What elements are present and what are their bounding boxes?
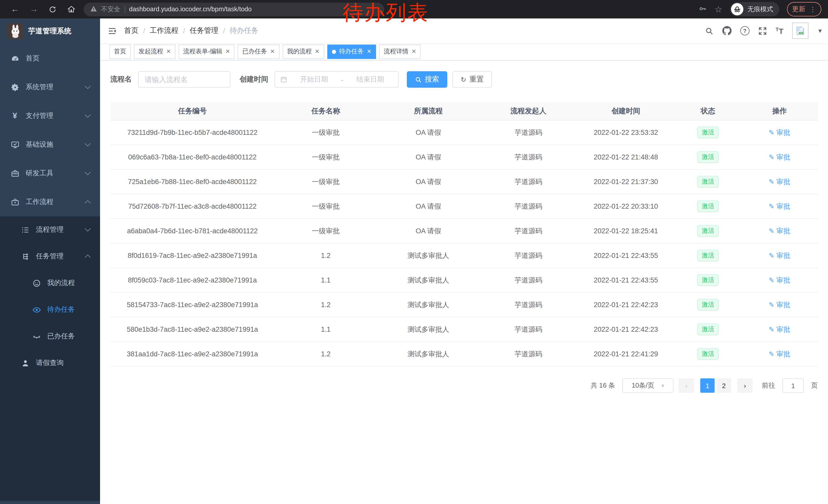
help-icon[interactable]: ? [740,26,749,35]
caret-down-icon[interactable]: ▼ [817,28,823,34]
sidebar-item-待办任务[interactable]: 待办任务 [0,296,100,323]
sidebar-item-我的流程[interactable]: 我的流程 [0,270,100,296]
search-button[interactable]: 搜索 [407,71,447,88]
approve-link[interactable]: ✎审批 [769,152,790,162]
cell-starter: 芋道源码 [480,145,577,170]
sidebar-item-系统管理[interactable]: 系统管理 [0,73,100,101]
tab-close-icon[interactable]: ✕ [166,49,171,54]
approve-link-label: 审批 [777,325,790,334]
cell-process: 测试多审批人 [377,243,480,268]
prev-page-button[interactable]: ‹ [679,378,694,393]
cell-created: 2022-01-21 22:43:55 [577,243,675,268]
next-page-button[interactable]: › [737,378,753,393]
cell-id: 58154733-7ac8-11ec-a9e2-a2380e71991a [110,292,275,317]
cell-name: 一级审批 [275,145,377,170]
dashboard-icon [10,54,19,63]
github-icon[interactable] [722,26,732,35]
cell-process: OA 请假 [377,194,480,219]
page-size-select[interactable]: 10条/页 ▾ [622,378,673,393]
tab-close-icon[interactable]: ✕ [270,49,275,54]
approve-link[interactable]: ✎审批 [769,128,790,137]
browser-update-button[interactable]: 更新 ⋮ [787,2,821,16]
approve-link[interactable]: ✎审批 [769,202,790,211]
approve-link[interactable]: ✎审批 [769,350,790,359]
tab-流程详情[interactable]: 流程详情✕ [379,44,421,59]
status-badge: 激活 [697,201,719,212]
tab-close-icon[interactable]: ✕ [367,49,371,54]
tab-close-icon[interactable]: ✕ [225,49,230,54]
browser-home-icon[interactable] [67,5,75,13]
tab-首页[interactable]: 首页 [109,44,131,59]
tab-发起流程[interactable]: 发起流程✕ [134,44,175,59]
page-button-1[interactable]: 1 [700,378,715,393]
approve-link[interactable]: ✎审批 [769,226,790,236]
reset-button[interactable]: ↻ 重置 [452,71,492,88]
cell-action: ✎审批 [741,219,818,243]
tab-label: 待办任务 [339,47,364,56]
tab-close-icon[interactable]: ✕ [315,49,319,54]
approve-link[interactable]: ✎审批 [769,276,790,285]
fullscreen-icon[interactable] [758,27,767,35]
tab-close-icon[interactable]: ✕ [411,49,416,54]
approve-link[interactable]: ✎审批 [769,251,790,260]
cell-name: 一级审批 [275,120,377,145]
tab-流程表单-编辑[interactable]: 流程表单-编辑✕ [178,44,235,59]
breadcrumb-item[interactable]: 首页 [124,26,138,35]
cell-starter: 芋道源码 [480,292,577,317]
edit-pen-icon: ✎ [769,129,774,136]
cell-starter: 芋道源码 [480,120,577,145]
edit-pen-icon: ✎ [769,351,774,357]
page-unit-label: 页 [811,381,818,390]
monitor-icon [10,140,19,149]
page-button-2[interactable]: 2 [717,378,731,393]
cell-name: 1.2 [275,243,377,268]
browser-back-icon[interactable]: ← [11,5,19,13]
sidebar-item-支付管理[interactable]: ¥支付管理 [0,101,100,130]
sidebar-logo-row[interactable]: 芋道管理系统 [0,18,100,44]
sidebar-item-任务管理[interactable]: 任务管理 [0,243,100,270]
sidebar-item-流程管理[interactable]: 流程管理 [0,216,100,243]
browser-forward-icon[interactable]: → [30,5,38,13]
approve-link[interactable]: ✎审批 [769,300,790,310]
security-label[interactable]: 不安全 [101,5,120,13]
table-row: 069c6a63-7b8a-11ec-8ef0-acde48001122一级审批… [110,145,818,170]
sidebar-item-首页[interactable]: 首页 [0,44,100,73]
breadcrumb-item[interactable]: 任务管理 [190,26,218,35]
process-name-input[interactable] [138,71,230,88]
sidebar-item-请假查询[interactable]: 请假查询 [0,350,100,376]
create-time-label: 创建时间 [240,75,268,84]
cell-status: 激活 [675,194,741,219]
start-date-placeholder[interactable]: 开始日期 [291,75,337,84]
sidebar-item-基础设施[interactable]: 基础设施 [0,130,100,159]
address-bar[interactable]: 不安全 dashboard.yudao.iocoder.cn/bpm/task/… [84,2,384,16]
status-badge: 激活 [697,349,719,360]
sidebar-item-工作流程[interactable]: 工作流程 [0,188,100,216]
goto-page-input[interactable] [782,378,804,393]
key-icon[interactable] [699,5,707,14]
url-text[interactable]: dashboard.yudao.iocoder.cn/bpm/task/todo [129,6,252,13]
breadcrumb-item[interactable]: 工作流程 [150,26,178,35]
sidebar-item-已办任务[interactable]: 已办任务 [0,323,100,350]
cell-action: ✎审批 [741,145,818,170]
search-icon[interactable] [705,27,714,35]
chevron-down-icon [85,141,91,147]
breadcrumb-separator: / [183,27,185,35]
browser-menu-dots-icon[interactable]: ⋮ [810,5,816,13]
tab-已办任务[interactable]: 已办任务✕ [238,44,279,59]
tree-icon [20,252,30,261]
cell-status: 激活 [675,268,741,292]
sidebar-item-研发工具[interactable]: 研发工具 [0,159,100,188]
date-range-input[interactable]: 开始日期 - 结束日期 [275,71,399,88]
cell-status: 激活 [675,120,741,145]
sidebar-collapse-icon[interactable] [100,27,124,35]
approve-link[interactable]: ✎审批 [769,325,790,334]
end-date-placeholder[interactable]: 结束日期 [347,75,393,84]
tab-我的流程[interactable]: 我的流程✕ [282,44,324,59]
approve-link[interactable]: ✎审批 [769,177,790,186]
avatar[interactable] [792,22,809,39]
browser-reload-icon[interactable] [49,5,56,13]
bookmark-star-icon[interactable]: ☆ [715,5,722,13]
sidebar-submenu-fill [0,376,100,501]
tab-待办任务[interactable]: 待办任务✕ [327,44,376,59]
font-size-icon[interactable]: TT [776,27,784,35]
